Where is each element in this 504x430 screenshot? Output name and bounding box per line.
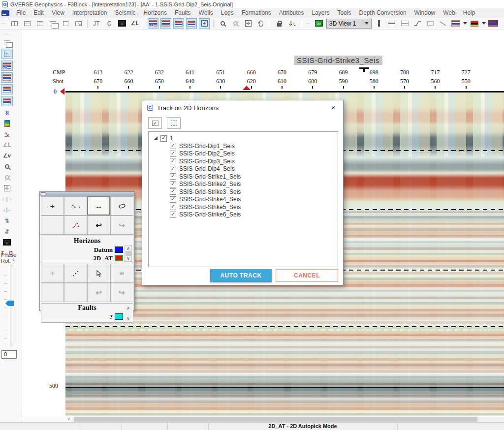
item-checkbox[interactable] — [170, 166, 176, 172]
slider-thumb[interactable] — [5, 301, 14, 306]
section-label[interactable]: SSIS-Grid-Strike3_Seis — [294, 56, 382, 65]
menu-item[interactable]: View — [48, 8, 68, 18]
density-display-button[interactable] — [1, 84, 13, 94]
item-checkbox[interactable] — [170, 158, 176, 164]
move-pick-button[interactable]: ↔+ — [64, 196, 87, 215]
fit-section-button[interactable]: + — [1, 49, 13, 59]
digitize-fault-button[interactable]: ⋰ — [64, 264, 87, 283]
angle-v-button[interactable]: ∠v — [1, 151, 13, 160]
cancel-button[interactable]: CANCEL — [276, 269, 338, 282]
scroll-up-icon[interactable]: ∧ — [126, 306, 130, 310]
palette-system-icon[interactable] — [41, 192, 45, 195]
view-3d-button[interactable]: 3D — [314, 18, 324, 29]
horizon-solid-line[interactable] — [65, 387, 504, 388]
menu-item[interactable]: File — [12, 8, 30, 18]
menu-item[interactable]: Window — [410, 8, 440, 18]
menu-item[interactable]: Faults — [171, 8, 195, 18]
wiggle-trace-button[interactable]: ≀≀ — [1, 108, 13, 117]
tree-item[interactable]: SSIS-Grid-Strike5_Seis — [149, 203, 338, 211]
add-pick-button[interactable]: + — [41, 196, 64, 215]
rectangle-tool-button[interactable] — [425, 18, 436, 29]
fault-display-dropdown-icon[interactable] — [482, 22, 486, 25]
menu-item[interactable]: Interpretation — [68, 8, 111, 18]
fault-row[interactable]: ? — [42, 312, 124, 321]
vertical-bar-tool-button[interactable] — [374, 18, 384, 29]
item-checkbox[interactable] — [170, 212, 176, 218]
undo-fault-button[interactable]: ↩ — [87, 283, 110, 302]
jt-tool-button[interactable]: JT — [91, 18, 102, 29]
auto-track-button[interactable]: AUTO TRACK — [210, 269, 272, 282]
pan-button[interactable] — [255, 18, 266, 29]
zoom-off-button[interactable] — [1, 173, 13, 182]
overlay-display-button[interactable] — [186, 18, 197, 29]
check-all-button[interactable]: ✓ — [148, 117, 162, 129]
flare-tool-button[interactable]: ☀ — [41, 264, 64, 283]
tree-expander-icon[interactable] — [154, 136, 158, 140]
tree-item[interactable]: SSIS-Grid-Strike1_Seis — [149, 173, 338, 181]
lock-button[interactable] — [274, 18, 284, 29]
gain-curve-button[interactable] — [412, 18, 423, 29]
zoom-button[interactable] — [217, 18, 228, 29]
horizons-scrollbar[interactable]: ∧ ∨ — [125, 245, 132, 262]
variable-density-button[interactable] — [173, 18, 184, 29]
menu-item[interactable]: Seismic — [111, 8, 140, 18]
zoom-button[interactable] — [1, 162, 13, 171]
fault-display-button[interactable] — [469, 18, 480, 29]
undo-button[interactable]: ↩ — [87, 215, 110, 235]
faults-scrollbar[interactable]: ∧ ∨ — [125, 305, 132, 321]
snapshot-button[interactable] — [1, 38, 13, 47]
uncheck-all-button[interactable] — [167, 117, 181, 129]
split-horizontal-button[interactable] — [22, 18, 32, 29]
wiggle-display-button[interactable] — [1, 72, 13, 83]
horizon-color-swatch[interactable] — [115, 255, 123, 261]
expand-all-button[interactable]: ✛ — [1, 184, 13, 193]
phase-rotation-slider[interactable] — [2, 265, 17, 346]
item-checkbox[interactable] — [170, 181, 176, 187]
menu-item[interactable]: Logs — [217, 8, 238, 18]
extend-pick-button[interactable]: ↔ — [87, 196, 110, 215]
corner-window-button[interactable] — [34, 18, 45, 29]
autopick-pen-button[interactable]: + — [64, 215, 87, 235]
redo-fault-button[interactable]: ↪ — [110, 283, 133, 302]
scroll-left-icon[interactable]: ‹ — [65, 416, 72, 422]
tree-item[interactable]: SSIS-Grid-Strike6_Seis — [149, 211, 338, 219]
h-shrink-button[interactable]: →|← — [1, 205, 13, 215]
split-vertical-button[interactable] — [9, 18, 20, 29]
snap-tool-button[interactable]: ▲ — [117, 18, 127, 29]
item-checkbox[interactable] — [170, 196, 176, 203]
angle-tool-button[interactable]: ∠L — [129, 18, 140, 29]
horizon-dashed-line-4[interactable] — [65, 326, 504, 327]
item-checkbox[interactable] — [170, 204, 176, 210]
horizon-row[interactable]: Datum — [42, 246, 124, 254]
h-expand-button[interactable]: ←|→ — [1, 194, 13, 204]
tree-root-row[interactable]: 1 — [149, 134, 338, 142]
item-checkbox[interactable] — [170, 143, 176, 149]
seismic-settings-button[interactable]: ▲ — [1, 238, 13, 247]
palette-titlebar[interactable] — [40, 192, 134, 196]
scrollbar-thumb[interactable] — [74, 417, 477, 422]
expand-all-button[interactable]: ✛ — [243, 18, 253, 29]
restore-window-button[interactable] — [73, 18, 84, 29]
scroll-down-icon[interactable]: ∨ — [126, 316, 130, 321]
tree-item[interactable]: SSIS-Grid-Dip2_Seis — [149, 150, 338, 158]
scroll-down-icon[interactable]: ∨ — [126, 256, 130, 261]
single-window-button[interactable] — [60, 18, 71, 29]
menu-item[interactable]: Horizons — [140, 8, 171, 18]
menu-item[interactable]: Edit — [30, 8, 48, 18]
menu-item[interactable]: Layers — [308, 8, 334, 18]
diagonal-line-tool-button[interactable] — [438, 18, 448, 29]
scroll-up-icon[interactable]: ∧ — [126, 246, 130, 251]
fa-display-button[interactable] — [148, 18, 158, 29]
select-tool-button[interactable] — [87, 264, 110, 283]
fault-segments-button[interactable]: ≋ — [110, 264, 133, 283]
item-checkbox[interactable] — [170, 188, 176, 195]
item-checkbox[interactable] — [170, 151, 176, 157]
horizon-display-dropdown-icon[interactable] — [463, 22, 467, 25]
horizon-color-swatch[interactable] — [115, 246, 123, 253]
tree-item[interactable]: SSIS-Grid-Strike2_Seis — [149, 181, 338, 188]
fit-view-button[interactable]: + — [199, 18, 210, 29]
angle-l-button[interactable]: ∠L — [1, 140, 13, 150]
menu-item[interactable]: Wells — [195, 8, 217, 18]
menu-item[interactable]: Help — [459, 8, 479, 18]
root-checkbox[interactable] — [160, 135, 167, 142]
